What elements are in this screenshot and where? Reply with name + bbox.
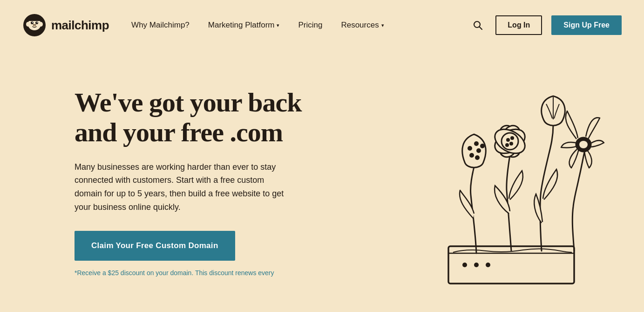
nav-item-resources[interactable]: Resources ▾ [341, 21, 384, 30]
svg-point-37 [579, 141, 588, 148]
svg-point-34 [509, 142, 513, 146]
chevron-down-icon: ▾ [381, 22, 384, 28]
svg-point-7 [33, 24, 36, 27]
logo-text: mailchimp [51, 18, 109, 33]
svg-point-19 [486, 263, 490, 267]
svg-point-5 [32, 22, 33, 23]
svg-point-31 [502, 133, 518, 150]
svg-point-25 [475, 155, 480, 160]
svg-line-15 [480, 27, 482, 30]
search-button[interactable] [469, 17, 486, 34]
nav-links: Why Mailchimp? Marketing Platform ▾ Pric… [131, 21, 469, 30]
signup-button[interactable]: Sign Up Free [551, 15, 622, 35]
svg-point-8 [33, 24, 34, 25]
disclaimer-text: *Receive a $25 discount on your domain. … [75, 269, 289, 277]
cta-button[interactable]: Claim Your Free Custom Domain [75, 231, 235, 261]
login-button[interactable]: Log In [495, 15, 542, 35]
svg-point-4 [35, 21, 38, 24]
nav-item-marketing[interactable]: Marketing Platform ▾ [208, 21, 280, 30]
hero-section: We've got your back and your free .com M… [0, 50, 644, 312]
svg-point-33 [510, 136, 514, 140]
nav-actions: Log In Sign Up Free [469, 15, 622, 35]
svg-point-24 [469, 153, 474, 158]
logo-link[interactable]: mailchimp [22, 13, 109, 37]
hero-illustration [393, 69, 616, 302]
svg-point-26 [480, 144, 485, 148]
chevron-down-icon: ▾ [277, 22, 279, 28]
nav-item-why[interactable]: Why Mailchimp? [131, 21, 190, 30]
svg-point-21 [468, 146, 472, 151]
svg-point-18 [474, 263, 479, 267]
svg-point-35 [505, 143, 509, 147]
hero-body-text: Many businesses are working harder than … [75, 160, 289, 214]
nav-item-pricing[interactable]: Pricing [298, 21, 322, 30]
svg-point-22 [474, 141, 479, 146]
search-icon [472, 20, 483, 31]
svg-point-11 [39, 22, 43, 27]
navigation: mailchimp Why Mailchimp? Marketing Platf… [0, 0, 644, 50]
svg-point-32 [506, 138, 510, 142]
flowers-illustration [393, 69, 616, 302]
svg-rect-13 [30, 15, 39, 20]
svg-point-17 [462, 263, 467, 267]
svg-point-6 [37, 22, 38, 23]
svg-point-3 [31, 21, 34, 24]
logo-icon [22, 13, 47, 37]
svg-point-9 [34, 24, 35, 25]
hero-title: We've got your back and your free .com [75, 88, 301, 147]
svg-point-10 [26, 22, 30, 27]
svg-point-23 [476, 148, 481, 153]
hero-content: We've got your back and your free .com M… [75, 78, 301, 277]
